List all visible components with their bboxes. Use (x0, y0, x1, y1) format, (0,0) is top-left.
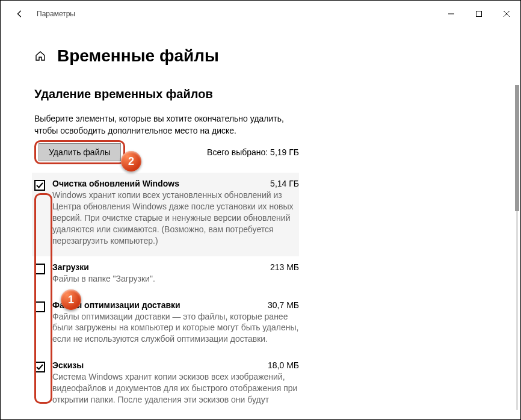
section-title: Удаление временных файлов (34, 87, 487, 101)
annotation-badge-1: 1 (61, 289, 81, 310)
close-button[interactable] (493, 4, 520, 23)
checkmark-icon (36, 182, 43, 189)
item-title: Эскизы (52, 360, 84, 370)
item-size: 5,14 ГБ (270, 179, 299, 188)
item-description: Система Windows хранит копии эскизов все… (52, 371, 299, 406)
item-title: Очистка обновлений Windows (52, 179, 179, 188)
remove-files-button[interactable]: Удалить файлы (39, 143, 121, 161)
checkbox[interactable] (34, 264, 45, 274)
scrollbar-thumb[interactable] (515, 85, 519, 211)
page-header: Временные файлы (34, 46, 487, 66)
back-button[interactable] (10, 4, 29, 23)
item-size: 213 МБ (270, 262, 299, 272)
minimize-icon (448, 11, 454, 17)
checkbox[interactable] (34, 362, 45, 372)
instruction-text: Выберите элементы, которые вы хотите око… (34, 113, 299, 137)
maximize-button[interactable] (465, 4, 493, 23)
annotation-badge-2: 2 (121, 151, 141, 171)
arrow-left-icon (16, 10, 24, 18)
total-selected: Всего выбрано: 5,19 ГБ (207, 147, 299, 157)
list-item[interactable]: Очистка обновлений Windows 5,14 ГБ Windo… (32, 173, 299, 256)
item-description: Файлы в папке "Загрузки". (52, 273, 299, 285)
total-value: 5,19 ГБ (270, 147, 299, 157)
checkbox[interactable] (34, 301, 45, 312)
maximize-icon (476, 11, 482, 17)
list-item[interactable]: Загрузки 213 МБ Файлы в папке "Загрузки"… (34, 256, 299, 294)
app-title: Параметры (37, 10, 75, 18)
page-title: Временные файлы (57, 46, 219, 66)
checkbox[interactable] (34, 180, 45, 191)
instruction-line-1: Выберите элементы, которые вы хотите око… (34, 114, 284, 123)
title-bar: Параметры (1, 1, 520, 27)
item-title: Загрузки (52, 262, 89, 272)
checkmark-icon (36, 363, 43, 371)
window-controls (437, 4, 520, 23)
home-icon[interactable] (34, 50, 46, 62)
svg-rect-1 (476, 11, 482, 17)
instruction-line-2: чтобы освободить дополнительное место на… (34, 126, 236, 135)
list-item[interactable]: Эскизы 18,0 МБ Система Windows хранит ко… (34, 354, 299, 415)
close-icon (504, 11, 510, 17)
action-bar: Удалить файлы Всего выбрано: 5,19 ГБ (34, 140, 299, 164)
item-size: 30,7 МБ (268, 300, 299, 310)
item-size: 18,0 МБ (268, 360, 299, 370)
item-description: Windows хранит копии всех установленных … (52, 190, 299, 246)
annotation-highlight-2: Удалить файлы (34, 140, 125, 164)
item-description: Файлы оптимизации доставки — это файлы, … (52, 311, 299, 345)
total-label: Всего выбрано: (207, 147, 270, 157)
minimize-button[interactable] (437, 4, 465, 23)
